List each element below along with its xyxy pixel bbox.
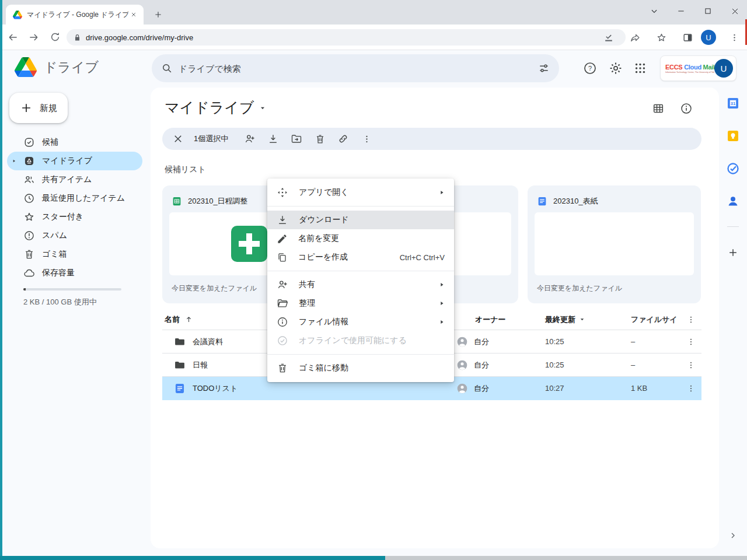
tasks-icon[interactable]	[725, 161, 741, 176]
tab-title: マイドライブ - Google ドライブ	[27, 10, 128, 20]
search-icon[interactable]	[161, 62, 173, 74]
sidebar-item-storage[interactable]: 保存容量	[7, 264, 142, 282]
contacts-icon[interactable]	[725, 194, 741, 209]
bookmark-star-icon[interactable]	[653, 29, 669, 46]
folder-icon	[174, 336, 186, 348]
back-button[interactable]	[5, 29, 21, 46]
offline-check-icon	[277, 335, 288, 346]
browser-tab[interactable]: マイドライブ - Google ドライブ	[6, 5, 144, 24]
window-close-button[interactable]	[726, 2, 743, 20]
show-side-panel-icon[interactable]	[725, 528, 741, 543]
sidebar-item-trash[interactable]: ゴミ箱	[7, 245, 142, 264]
window-maximize-button[interactable]	[699, 2, 717, 20]
column-owner[interactable]: オーナー	[466, 314, 506, 325]
trash-icon	[23, 249, 35, 260]
storage-usage-text: 2 KB / 100 GB 使用中	[23, 297, 97, 307]
tab-close-icon[interactable]	[128, 9, 139, 20]
get-link-icon[interactable]	[333, 129, 353, 149]
menu-item-offline: オフラインで使用可能にする	[267, 331, 454, 350]
sidebar-item-shared[interactable]: 共有アイテム	[7, 170, 142, 189]
header-more-icon[interactable]	[684, 313, 698, 327]
suggested-check-icon	[23, 136, 35, 148]
sidebar-item-my-drive[interactable]: マイドライブ	[7, 152, 142, 170]
details-info-icon[interactable]	[679, 102, 693, 116]
file-card-cover[interactable]: 202310_表紙 今日変更を加えたファイル	[528, 186, 701, 303]
column-name[interactable]: 名前	[165, 314, 180, 325]
menu-item-file-info[interactable]: ファイル情報	[267, 313, 454, 331]
browser-profile-avatar[interactable]: U	[701, 30, 716, 45]
side-panel-rail: 31	[719, 50, 747, 560]
sidebar-item-starred[interactable]: スター付き	[7, 208, 142, 226]
row-more-icon[interactable]	[684, 382, 698, 396]
menu-item-share[interactable]: 共有	[267, 275, 454, 294]
my-drive-icon	[23, 155, 35, 167]
modified-time: 10:27	[536, 384, 622, 393]
row-more-icon[interactable]	[684, 335, 698, 349]
menu-divider	[267, 271, 454, 271]
keep-icon[interactable]	[725, 128, 741, 144]
sidebar-item-recent[interactable]: 最近使用したアイテム	[7, 189, 142, 208]
new-button[interactable]: 新規	[9, 93, 68, 123]
menu-shortcut: Ctrl+C Ctrl+V	[400, 253, 445, 262]
sort-descending-icon[interactable]	[579, 316, 585, 323]
calendar-icon[interactable]: 31	[725, 96, 741, 111]
help-icon[interactable]: ?	[583, 61, 597, 75]
search-input[interactable]	[179, 64, 532, 74]
menu-item-make-copy[interactable]: コピーを作成 Ctrl+C Ctrl+V	[267, 248, 454, 267]
side-panel-icon[interactable]	[679, 29, 696, 46]
submenu-arrow-icon	[439, 282, 445, 288]
lock-icon	[74, 34, 81, 41]
settings-gear-icon[interactable]	[609, 61, 623, 75]
title-dropdown-icon[interactable]	[259, 104, 266, 111]
sort-ascending-icon[interactable]	[184, 315, 193, 324]
browser-menu-icon[interactable]	[726, 29, 742, 46]
window-minimize-button[interactable]	[672, 2, 690, 20]
clock-icon	[23, 192, 35, 204]
new-tab-button[interactable]	[151, 7, 166, 22]
clear-selection-icon[interactable]	[168, 129, 188, 149]
tab-search-icon[interactable]	[645, 2, 663, 20]
submenu-arrow-icon	[439, 300, 445, 306]
video-progress-bar	[0, 556, 747, 560]
page-title-row[interactable]: マイドライブ	[165, 98, 266, 117]
address-bar[interactable]: drive.google.com/drive/my-drive	[67, 29, 626, 46]
reload-button[interactable]	[47, 29, 63, 46]
suggestions-heading: 候補リスト	[165, 164, 206, 175]
download-status-icon[interactable]	[601, 29, 617, 46]
svg-text:31: 31	[731, 101, 735, 106]
add-addon-icon[interactable]	[725, 245, 741, 260]
info-icon	[277, 316, 288, 328]
menu-item-move-to-trash[interactable]: ゴミ箱に移動	[267, 359, 454, 377]
menu-item-rename[interactable]: 名前を変更	[267, 229, 454, 248]
drive-favicon-icon	[13, 10, 22, 19]
menu-item-open-with[interactable]: アプリで開く	[267, 183, 454, 202]
rail-divider	[727, 226, 739, 227]
trash-selection-icon[interactable]	[310, 129, 330, 149]
sidebar-item-suggested[interactable]: 候補	[7, 133, 142, 152]
file-size: 1 KB	[622, 384, 684, 393]
menu-item-organize[interactable]: 整理	[267, 294, 454, 313]
move-to-folder-icon[interactable]	[287, 129, 306, 149]
file-thumbnail	[535, 212, 694, 275]
sidebar-item-spam[interactable]: スパム	[7, 226, 142, 245]
apps-grid-icon[interactable]	[633, 61, 647, 75]
column-modified[interactable]: 最終更新	[545, 314, 575, 325]
copy-icon	[277, 252, 288, 263]
owner-avatar-icon	[456, 336, 468, 348]
column-size[interactable]: ファイルサイ	[631, 315, 678, 324]
spam-icon	[23, 230, 35, 242]
row-more-icon[interactable]	[684, 358, 698, 372]
share-person-add-icon[interactable]	[240, 129, 260, 149]
menu-item-download[interactable]: ダウンロード	[267, 211, 454, 229]
grid-view-icon[interactable]	[651, 102, 665, 116]
expand-arrow-icon[interactable]	[9, 159, 19, 163]
download-icon[interactable]	[263, 129, 283, 149]
browser-toolbar: drive.google.com/drive/my-drive U	[0, 24, 747, 50]
search-filter-icon[interactable]	[538, 62, 550, 74]
download-icon	[277, 214, 288, 226]
search-bar[interactable]	[152, 54, 559, 82]
file-size: –	[622, 337, 684, 346]
selection-more-icon[interactable]	[357, 129, 376, 149]
forward-button[interactable]	[26, 29, 42, 46]
share-icon[interactable]	[627, 29, 643, 46]
